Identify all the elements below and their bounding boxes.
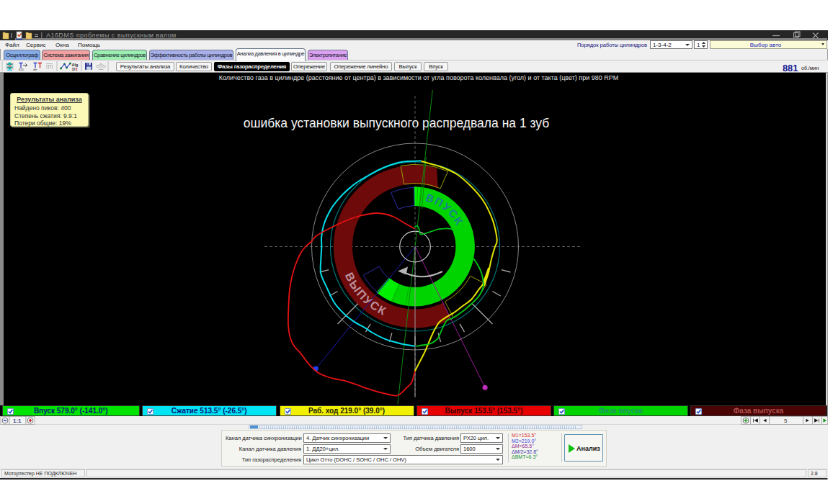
svg-text:ошибка установки выпускного ра: ошибка установки выпускного распредвала … bbox=[244, 116, 550, 130]
svg-text:Количество газа в цилиндре (ра: Количество газа в цилиндре (расстояние о… bbox=[219, 74, 618, 81]
svg-text:dm: dm bbox=[33, 68, 37, 71]
svg-text:1:1: 1:1 bbox=[13, 418, 22, 424]
svg-text:2: 2 bbox=[76, 67, 78, 71]
svg-text:5: 5 bbox=[784, 418, 788, 424]
svg-text:Alg: Alg bbox=[72, 63, 79, 67]
svg-text:824: 824 bbox=[19, 68, 24, 71]
